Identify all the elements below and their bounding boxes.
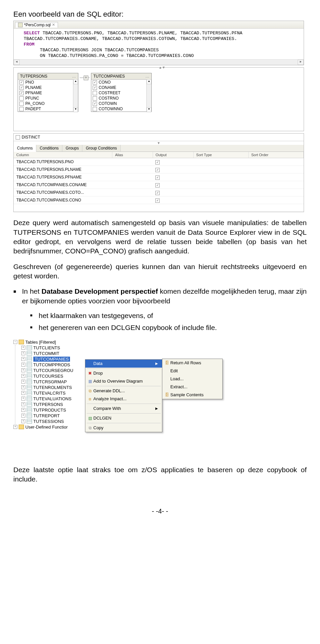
sql-code[interactable]: SELECT TBACCAD.TUTPERSONS.PNO, TBACCAD.T… [14,29,304,59]
output-checkbox[interactable] [155,191,160,195]
table-row[interactable]: TBACCAD.TUTCOMPANIES.CONO [14,196,304,204]
column-checkbox[interactable] [19,107,24,111]
column-checkbox[interactable] [19,80,24,85]
scroll-down-icon[interactable]: ▼ [147,107,151,112]
output-checkbox[interactable] [155,198,160,203]
splitter-icon[interactable]: ▲▼ [159,66,165,69]
menu-item-dclgen[interactable]: ▤DCLGEN [85,414,162,422]
column-checkbox[interactable] [19,96,24,101]
tree-item[interactable]: +TUTCOMPANIES [17,356,83,362]
tree-item[interactable]: +TUTCOURSES [17,373,83,379]
column-checkbox[interactable] [93,80,97,85]
column-checkbox[interactable] [93,86,97,90]
expand-icon[interactable]: + [13,425,17,429]
distinct-checkbox[interactable] [16,135,20,140]
context-menu[interactable]: Data▶ ✖Drop ▦Add to Overview Diagram ⧉Ge… [85,359,162,432]
menu-item-add-overview[interactable]: ▦Add to Overview Diagram [85,377,162,385]
table-row[interactable] [14,204,304,212]
expand-icon[interactable]: + [21,397,25,401]
menu-item-analyze-impact[interactable]: ⧈Analyze Impact... [85,395,162,403]
tree-item[interactable]: +TUTEVALUATIONS [17,396,83,402]
file-tab[interactable]: *PersComp.sql ✕ [15,22,58,28]
menu-item-drop[interactable]: ✖Drop [85,369,162,377]
table-close-icon[interactable]: … [145,74,149,79]
expand-icon[interactable]: + [21,414,25,418]
tree-item[interactable]: +TUTCLIENTS [17,345,83,351]
scroll-up-icon[interactable]: ▲ [73,79,78,84]
grid-header[interactable]: Sort Order [248,152,303,158]
menu-item-generate-ddl[interactable]: ⧉Generate DDL... [85,387,162,395]
expand-icon[interactable]: + [21,357,25,361]
expand-icon[interactable]: + [21,402,25,406]
expand-icon[interactable]: + [21,408,25,412]
output-checkbox[interactable] [155,160,160,164]
grid-header[interactable]: Sort Type [193,152,248,158]
grid-header[interactable]: Alias [112,152,153,158]
column-checkbox[interactable] [93,102,97,106]
table-tutcompanies[interactable]: TUTCOMPANIES… CONO CONAME COSTREET COSTR… [91,73,152,112]
expand-icon[interactable]: + [21,368,25,372]
table-tutpersons[interactable]: TUTPERSONS… PNO PLNAME PFNAME PFUNC PA_C… [18,73,78,112]
grid-header[interactable]: Column [14,152,112,158]
table-vscroll[interactable]: ▲ ▼ [73,79,78,112]
menu-item-data[interactable]: Data▶ [85,360,162,368]
column-checkbox[interactable] [19,86,24,90]
expand-icon[interactable]: + [21,385,25,389]
submenu-sample-contents[interactable]: 🗄Sample Contents [162,391,222,399]
menu-item-compare-with[interactable]: Compare With▶ [85,405,162,413]
join-handle-icon[interactable]: ✛ [84,76,88,80]
submenu-return-all-rows[interactable]: 🗄Return All Rows [162,359,222,367]
collapse-icon[interactable]: − [13,340,17,344]
tab-columns[interactable]: Columns [14,145,36,152]
expand-icon[interactable]: + [21,351,25,355]
scroll-up-icon[interactable]: ▲ [147,79,151,84]
column-checkbox[interactable] [93,107,97,111]
table-close-icon[interactable]: … [72,74,76,79]
expand-icon[interactable]: + [21,363,25,367]
tree-item[interactable]: +TUTCOMMIT [17,351,83,356]
table-vscroll[interactable]: ▲ ▼ [146,79,151,112]
table-row[interactable]: TBACCAD.TUTPERSONS.PFNAME [14,173,304,181]
tree-item[interactable]: +TUTCRSGRMAP [17,379,83,385]
column-checkbox[interactable] [19,102,24,106]
column-checkbox[interactable] [19,91,24,95]
submenu-load[interactable]: Load... [162,375,222,383]
horizontal-scrollbar[interactable]: ◄ ► [14,59,304,65]
scroll-left-icon[interactable]: ◄ [14,60,20,65]
tree-item[interactable]: +TUTENROLMENTS [17,385,83,390]
expand-icon[interactable]: + [21,380,25,384]
table-row[interactable]: TBACCAD.TUTPERSONS.PLNAME [14,166,304,173]
expand-icon[interactable]: + [21,419,25,423]
submenu-extract[interactable]: Extract... [162,383,222,391]
tree-footer[interactable]: + User-Defined Functior [13,424,83,430]
scroll-right-icon[interactable]: ► [298,60,304,65]
output-checkbox[interactable] [155,183,160,187]
menu-item-copy[interactable]: ⧉Copy [85,424,162,432]
column-checkbox[interactable] [93,96,97,101]
close-icon[interactable]: ✕ [52,23,55,27]
table-row[interactable]: TBACCAD.TUTCOMPANIES.CONAME [14,181,304,189]
tree-item[interactable]: +TUTSESSIONS [17,419,83,424]
expand-icon[interactable]: + [21,346,25,350]
tab-conditions[interactable]: Conditions [36,145,62,152]
tree-item[interactable]: +TUTPRODUCTS [17,407,83,413]
tree-item[interactable]: +TUTEVALCRITS [17,390,83,396]
submenu-edit[interactable]: Edit [162,367,222,375]
tab-group-conditions[interactable]: Group Conditions [82,145,120,152]
grid-header[interactable]: Output [153,152,193,158]
tree-item[interactable]: +TUTPERSONS [17,402,83,407]
tab-groups[interactable]: Groups [62,145,82,152]
column-checkbox[interactable] [93,91,97,95]
tree-item[interactable]: +TUTCOURSEGROU [17,368,83,373]
data-submenu[interactable]: 🗄Return All Rows Edit Load... Extract...… [162,359,223,399]
tree-item[interactable]: +TUTREPORT [17,413,83,419]
expand-icon[interactable]: + [21,374,25,378]
expand-icon[interactable]: + [21,391,25,395]
table-row[interactable]: TBACCAD.TUTCOMPANIES.COTO... [14,189,304,196]
tree-root[interactable]: − Tables [Filtered] [13,339,83,345]
table-row[interactable]: TBACCAD.TUTPERSONS.PNO [14,158,304,166]
scroll-down-icon[interactable]: ▼ [73,107,78,112]
output-checkbox[interactable] [155,175,160,180]
tree-item[interactable]: +TUTCOMPPRODS [17,362,83,368]
tree-view[interactable]: − Tables [Filtered] +TUTCLIENTS+TUTCOMMI… [13,339,83,459]
